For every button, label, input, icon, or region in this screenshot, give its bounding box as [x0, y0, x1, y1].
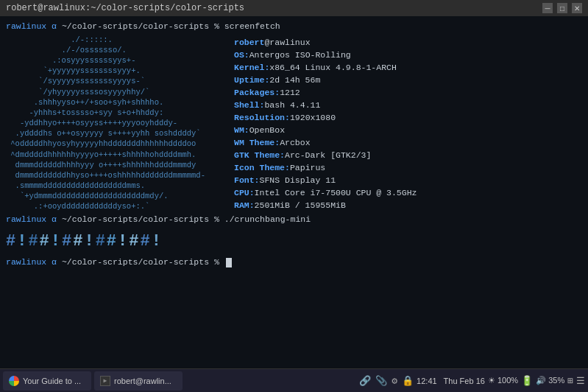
sysinfo-gtk-theme: GTK Theme: Arc-Dark [GTK2/3]: [234, 149, 582, 161]
chrome-label: Your Guide to ...: [23, 377, 81, 385]
battery-icon: 🔋: [521, 375, 533, 387]
title-bar: robert@rawlinux:~/color-scripts/color-sc…: [0, 0, 588, 16]
color-block-4: #: [40, 230, 49, 253]
sysinfo-packages: Packages: 1212: [234, 86, 582, 99]
taskbar-clock: 12:41 Thu Feb 16: [417, 377, 485, 385]
color-blocks-section: # ! # # ! # # ! # # ! # # !: [6, 228, 582, 255]
brightness-value: 100%: [497, 376, 518, 385]
terminal-icon: ▶: [100, 376, 110, 386]
system-tray: 🔗 📎 ⚙ 🔒: [359, 375, 414, 387]
title-bar-text: robert@rawlinux:~/color-scripts/color-sc…: [6, 3, 244, 13]
sysinfo-username: robert@rawlinux: [234, 36, 582, 49]
terminal-label: robert@rawlin...: [114, 377, 171, 385]
color-block-14: !: [152, 230, 161, 253]
brightness-display: ☀ 100%: [488, 376, 518, 385]
terminal-window[interactable]: rawlinux α ~/color-scripts/color-scripts…: [0, 16, 588, 368]
color-block-11: !: [118, 230, 127, 253]
prompt-user-3: rawlinux α: [6, 257, 57, 267]
taskbar-terminal-button[interactable]: ▶ robert@rawlin...: [94, 371, 183, 391]
username-display: robert: [234, 36, 264, 49]
color-block-12: #: [129, 230, 138, 253]
prompt-line-2: rawlinux α ~/color-scripts/color-scripts…: [6, 214, 582, 226]
color-block-3: #: [28, 230, 38, 253]
shield-icon[interactable]: 🔒: [402, 375, 414, 387]
sysinfo-ram: RAM: 2501MiB / 15955MiB: [234, 199, 582, 211]
prompt-line-1: rawlinux α ~/color-scripts/color-scripts…: [6, 21, 582, 33]
maximize-button[interactable]: □: [557, 3, 567, 13]
sysinfo-font: Font: SFNS Display 11: [234, 174, 582, 186]
taskbar-chrome-button[interactable]: Your Guide to ...: [3, 371, 91, 391]
sysinfo-uptime: Uptime: 2d 14h 56m: [234, 74, 582, 86]
sysinfo-wm: WM: OpenBox: [234, 124, 582, 136]
sysinfo-kernel: Kernel: x86_64 Linux 4.9.8-1-ARCH: [234, 61, 582, 74]
prompt-line-3: rawlinux α ~/color-scripts/color-scripts…: [6, 256, 582, 269]
sysinfo-resolution: Resolution: 1920x1080: [234, 111, 582, 124]
color-block-7: #: [73, 230, 82, 253]
taskbar-time: 12:41: [417, 377, 437, 385]
close-button[interactable]: ✕: [572, 3, 582, 13]
sysinfo-os: OS: Antergos ISO-Rolling: [234, 49, 582, 61]
color-block-2: !: [17, 230, 26, 253]
color-block-13: #: [140, 230, 149, 253]
volume-icon: 🔊: [536, 376, 546, 385]
volume-display[interactable]: 🔊 35%: [536, 376, 564, 385]
menu-icon[interactable]: ☰: [576, 375, 585, 387]
settings-icon[interactable]: ⚙: [392, 375, 397, 387]
taskbar: Your Guide to ... ▶ robert@rawlin... 🔗 📎…: [0, 368, 588, 392]
sysinfo-panel: robert@rawlinux OS: Antergos ISO-Rolling…: [234, 35, 582, 212]
sysinfo-shell: Shell: bash 4.4.11: [234, 99, 582, 111]
taskbar-date: Thu Feb 16: [444, 377, 485, 385]
title-bar-buttons: ─ □ ✕: [542, 3, 582, 13]
apps-grid-icon[interactable]: ⊞: [567, 375, 573, 387]
minimize-button[interactable]: ─: [542, 3, 553, 13]
color-block-9: #: [96, 230, 105, 253]
color-block-10: #: [107, 230, 116, 253]
color-block-6: #: [62, 230, 71, 253]
color-blocks-row: # ! # # ! # # ! # # ! # # !: [6, 228, 582, 255]
ascii-art: ./-:::::. ./-/osssssso/. .:osyyyssssssyy…: [6, 35, 234, 212]
sysinfo-wm-theme: WM Theme: Arcbox: [234, 136, 582, 149]
paperclip-icon[interactable]: 📎: [375, 375, 387, 387]
prompt-user-1: rawlinux α: [6, 21, 57, 31]
terminal-cursor: [226, 258, 232, 267]
chrome-icon: [9, 376, 19, 386]
volume-value: 35%: [548, 376, 564, 385]
color-block-1: #: [6, 230, 15, 253]
sysinfo-cpu: CPU: Intel Core i7-7500U CPU @ 3.5GHz: [234, 186, 582, 199]
sysinfo-icon-theme: Icon Theme: Papirus: [234, 161, 582, 174]
prompt-user-2: rawlinux α: [6, 214, 57, 224]
brightness-icon: ☀: [488, 376, 495, 385]
color-block-8: !: [84, 230, 93, 253]
network-icon[interactable]: 🔗: [359, 375, 371, 387]
screenfetch-output: ./-:::::. ./-/osssssso/. .:osyyyssssssyy…: [6, 35, 582, 212]
color-block-5: !: [51, 230, 60, 253]
